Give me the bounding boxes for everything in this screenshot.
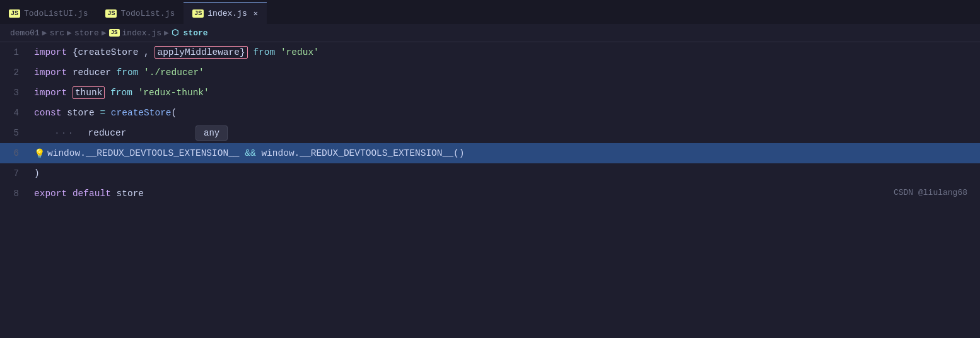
breadcrumb-sep3: ▶ <box>102 28 107 38</box>
breadcrumb-store: store <box>74 28 99 38</box>
tab-label: TodoList.js <box>120 9 175 18</box>
line-number: 7 <box>0 168 32 178</box>
token-import: import <box>34 88 73 98</box>
tab-TodoList[interactable]: JS TodoList.js <box>96 2 184 24</box>
lightbulb-icon: 💡 <box>34 148 45 159</box>
code-editor: 1 import {createStore , applyMiddleware}… <box>0 42 980 204</box>
token-from: from <box>105 88 137 98</box>
js-icon: JS <box>192 9 204 18</box>
line-number: 3 <box>0 88 32 98</box>
token-brace: {createStore , <box>73 47 155 57</box>
watermark: CSDN @liulang68 <box>894 188 967 197</box>
breadcrumb: demo01 ▶ src ▶ store ▶ JS index.js ▶ ⬡ s… <box>0 24 980 42</box>
tab-TodoListUI[interactable]: JS TodoListUI.js <box>0 2 96 24</box>
token-default: default <box>73 189 117 199</box>
line-number: 1 <box>0 47 32 57</box>
breadcrumb-sep: ▶ <box>42 28 47 38</box>
tab-label: TodoListUI.js <box>24 9 88 18</box>
line-content: ··· reducer <box>32 128 980 138</box>
line-number: 6 <box>0 148 32 158</box>
token-applyMiddleware: applyMiddleware} <box>155 46 247 59</box>
token-from: from <box>248 47 281 57</box>
token-store: store <box>67 108 100 118</box>
token-close-paren: ) <box>34 168 40 178</box>
line-number: 8 <box>0 189 32 199</box>
token-store: store <box>117 189 144 199</box>
js-icon: JS <box>105 9 117 18</box>
token-window-devtools: window.__REDUX_DEVTOOLS_EXTENSION__ <box>47 148 245 158</box>
token-dots: ··· <box>54 128 88 138</box>
tab-label: index.js <box>207 9 247 18</box>
code-line-5: 5 ··· reducer any <box>0 123 980 143</box>
token-import: import <box>34 47 73 57</box>
token-reducer-str: './reducer' <box>144 67 204 78</box>
code-line-3: 3 import thunk from 'redux-thunk' <box>0 83 980 103</box>
code-line-6: 6 💡 window.__REDUX_DEVTOOLS_EXTENSION__ … <box>0 143 980 163</box>
line-content: import reducer from './reducer' <box>32 67 980 78</box>
token-redux-thunk-str: 'redux-thunk' <box>138 88 209 98</box>
token-redux-str: 'redux' <box>281 47 319 57</box>
token-reducer: reducer <box>88 128 127 138</box>
breadcrumb-demo01: demo01 <box>10 28 40 38</box>
close-icon[interactable]: ✕ <box>254 9 258 18</box>
token-and: && <box>245 148 261 158</box>
line-number: 4 <box>0 108 32 118</box>
token-createStore: createStore <box>111 108 172 118</box>
token-from: from <box>117 67 144 78</box>
line-content: import {createStore , applyMiddleware} f… <box>32 46 980 59</box>
line-content: export default store <box>32 189 980 199</box>
token-eq: = <box>100 108 110 118</box>
token-paren: ( <box>172 108 177 118</box>
code-line-1: 1 import {createStore , applyMiddleware}… <box>0 42 980 62</box>
token-reducer: reducer <box>73 67 117 78</box>
breadcrumb-store-var: ⬡ store <box>172 28 208 38</box>
js-icon: JS <box>9 9 20 18</box>
breadcrumb-index: index.js <box>122 28 161 38</box>
line-number: 2 <box>0 67 32 78</box>
code-line-4: 4 const store = createStore ( <box>0 103 980 123</box>
tab-bar: JS TodoListUI.js JS TodoList.js JS index… <box>0 0 980 24</box>
line-content: ) <box>32 168 980 178</box>
token-thunk: thunk <box>73 86 105 99</box>
tab-index[interactable]: JS index.js ✕ <box>184 2 267 24</box>
token-import: import <box>34 67 73 78</box>
line-number: 5 <box>0 128 32 138</box>
breadcrumb-sep4: ▶ <box>164 28 169 38</box>
line-content: 💡 window.__REDUX_DEVTOOLS_EXTENSION__ &&… <box>32 148 980 159</box>
token-export: export <box>34 189 73 199</box>
breadcrumb-js-icon: JS <box>109 29 120 37</box>
code-line-8: 8 export default store <box>0 184 980 204</box>
line-content: const store = createStore ( <box>32 108 980 118</box>
breadcrumb-sep2: ▶ <box>67 28 72 38</box>
breadcrumb-src: src <box>50 28 64 38</box>
code-line-7: 7 ) <box>0 163 980 184</box>
token-const: const <box>34 108 67 118</box>
code-line-2: 2 import reducer from './reducer' <box>0 62 980 83</box>
token-window-devtools-call: window.__REDUX_DEVTOOLS_EXTENSION__() <box>261 148 464 158</box>
line-content: import thunk from 'redux-thunk' <box>32 86 980 99</box>
